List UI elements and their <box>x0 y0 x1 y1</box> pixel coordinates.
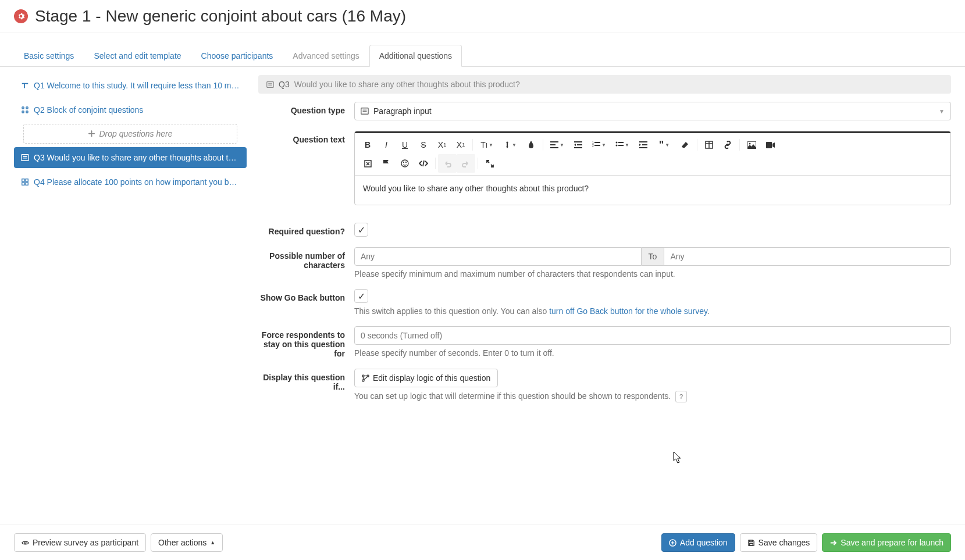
question-text: Would you like to share any other though… <box>47 153 240 162</box>
svg-point-46 <box>367 374 369 376</box>
sidebar-question-q2[interactable]: Q2 Block of conjoint questions <box>14 99 247 120</box>
svg-point-0 <box>22 107 24 109</box>
svg-rect-8 <box>26 179 28 181</box>
required-checkbox[interactable]: ✓ <box>354 223 368 237</box>
current-question-header: Q3 Would you like to share any other tho… <box>258 75 951 94</box>
stay-help: Please specify number of seconds. Enter … <box>354 348 951 358</box>
question-type-select[interactable]: Paragraph input ▼ <box>354 102 951 120</box>
italic-icon[interactable]: I <box>377 135 396 154</box>
stay-input[interactable] <box>354 326 951 345</box>
chars-to-label: To <box>642 247 664 266</box>
eraser-icon[interactable] <box>676 135 695 154</box>
video-icon[interactable] <box>761 135 779 154</box>
editor-content[interactable]: Would you like to share any other though… <box>355 176 950 205</box>
bold-icon[interactable]: B <box>358 135 377 154</box>
tab-additional-questions[interactable]: Additional questions <box>369 45 462 67</box>
question-id: Q1 <box>34 81 45 90</box>
svg-point-3 <box>26 111 29 113</box>
svg-rect-32 <box>642 144 647 145</box>
svg-point-38 <box>749 142 750 144</box>
line-height-icon[interactable]: ▼ <box>498 135 522 154</box>
sidebar-question-q1[interactable]: Q1 Welcome to this study. It will requir… <box>14 75 247 96</box>
svg-rect-22 <box>574 147 582 148</box>
svg-point-27 <box>616 142 618 144</box>
svg-point-42 <box>404 162 404 163</box>
question-type-value: Paragraph input <box>373 106 432 116</box>
code-icon[interactable] <box>414 154 433 173</box>
goback-label: Show Go Back button <box>258 289 354 316</box>
editor-toolbar: B I U S X1 X1 TI▼ ▼ ▼ 12▼ ▼ <box>355 131 950 176</box>
svg-point-2 <box>22 111 24 113</box>
unordered-list-icon[interactable]: ▼ <box>611 135 634 154</box>
svg-rect-21 <box>577 144 582 145</box>
text-icon <box>21 81 29 90</box>
quote-icon[interactable]: "▼ <box>653 135 676 154</box>
gear-icon <box>14 9 28 23</box>
question-id: Q4 <box>34 177 45 187</box>
question-editor: Q3 Would you like to share any other tho… <box>258 75 951 413</box>
sidebar-question-q4[interactable]: Q4 Please allocate 100 points on how imp… <box>14 172 247 192</box>
displayif-label: Display this question if... <box>258 369 354 402</box>
required-label: Required question? <box>258 223 354 237</box>
allocate-icon <box>21 178 29 186</box>
stay-label: Force respondents to stay on this questi… <box>258 326 354 358</box>
rich-text-editor: B I U S X1 X1 TI▼ ▼ ▼ 12▼ ▼ <box>354 131 951 205</box>
svg-point-1 <box>26 107 29 109</box>
svg-rect-14 <box>361 108 368 115</box>
help-icon[interactable]: ? <box>675 391 687 402</box>
question-list-sidebar: Q1 Welcome to this study. It will requir… <box>14 75 247 413</box>
goback-checkbox[interactable]: ✓ <box>354 289 368 303</box>
svg-point-41 <box>401 160 408 167</box>
svg-rect-20 <box>574 141 582 142</box>
superscript-icon[interactable]: X1 <box>451 135 470 154</box>
underline-icon[interactable]: U <box>396 135 414 154</box>
chars-min-input[interactable] <box>354 247 642 266</box>
question-text-label: Question text <box>258 131 354 205</box>
image-icon[interactable] <box>742 135 761 154</box>
block-icon <box>21 106 29 114</box>
indent-decrease-icon[interactable] <box>569 135 587 154</box>
edit-display-logic-button[interactable]: Edit display logic of this question <box>354 369 498 387</box>
svg-point-45 <box>362 379 364 381</box>
svg-rect-31 <box>639 141 647 142</box>
chars-label: Possible number of characters <box>258 247 354 279</box>
fullscreen-icon[interactable] <box>480 154 499 173</box>
svg-point-44 <box>362 374 364 376</box>
tab-bar: Basic settings Select and edit template … <box>0 45 965 67</box>
displayif-help: You can set up logic that will determine… <box>354 391 951 402</box>
chars-max-input[interactable] <box>664 247 951 266</box>
tab-choose-participants[interactable]: Choose participants <box>191 45 283 67</box>
align-icon[interactable]: ▼ <box>546 135 569 154</box>
emoji-icon[interactable] <box>396 154 414 173</box>
sidebar-question-q3[interactable]: Q3 Would you like to share any other tho… <box>14 147 247 168</box>
question-id: Q3 <box>34 153 45 162</box>
indent-increase-icon[interactable] <box>634 135 653 154</box>
svg-rect-19 <box>550 147 558 148</box>
tab-basic-settings[interactable]: Basic settings <box>14 45 84 67</box>
svg-text:2: 2 <box>592 144 594 147</box>
page-header: Stage 1 - New generic conjoint about car… <box>0 0 965 33</box>
paragraph-icon <box>361 107 369 115</box>
goback-link[interactable]: turn off Go Back button for the whole su… <box>549 306 707 316</box>
special-char-icon[interactable] <box>358 154 377 173</box>
dropzone[interactable]: Drop questions here <box>23 124 237 144</box>
color-icon[interactable] <box>522 135 540 154</box>
svg-rect-11 <box>267 81 273 87</box>
question-text: Welcome to this study. It will require l… <box>47 81 240 90</box>
svg-rect-9 <box>22 183 24 185</box>
strikethrough-icon[interactable]: S <box>414 135 433 154</box>
svg-rect-39 <box>766 142 772 148</box>
table-icon[interactable] <box>700 135 718 154</box>
move-icon <box>88 130 95 138</box>
paragraph-icon <box>21 154 29 162</box>
current-question-id: Q3 <box>279 80 290 89</box>
font-size-icon[interactable]: TI▼ <box>475 135 498 154</box>
svg-rect-17 <box>550 141 558 142</box>
tab-select-template[interactable]: Select and edit template <box>84 45 191 67</box>
subscript-icon[interactable]: X1 <box>433 135 451 154</box>
question-type-label: Question type <box>258 102 354 120</box>
svg-rect-28 <box>618 142 624 143</box>
flag-icon[interactable] <box>377 154 396 173</box>
link-icon[interactable] <box>718 135 737 154</box>
ordered-list-icon[interactable]: 12▼ <box>587 135 611 154</box>
